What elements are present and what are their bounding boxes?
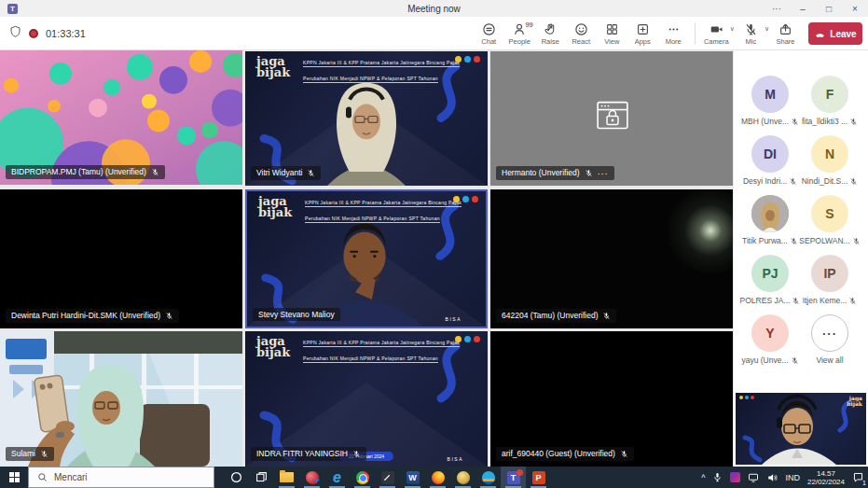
action-center-button[interactable]: 1	[848, 467, 868, 488]
titlebar-more-button[interactable]: ···	[764, 0, 790, 17]
word-icon: W	[406, 471, 420, 484]
footer-logos-icon	[464, 458, 482, 463]
recording-indicator-icon	[29, 29, 38, 38]
share-button[interactable]: Share	[770, 18, 801, 49]
gold-emblem-icon	[457, 471, 470, 484]
avatar: N	[811, 135, 848, 173]
video-tile-642204[interactable]: 642204 (Tamu) (Unverified)	[490, 189, 733, 328]
more-button[interactable]: More	[658, 18, 689, 49]
share-icon	[778, 22, 792, 36]
raise-hand-icon	[544, 22, 558, 36]
mic-muted-icon	[849, 177, 858, 186]
video-tile-indra[interactable]: jagabijak KPPN Jakarta III & KPP Pratama…	[245, 331, 488, 467]
bisa-footer-text: BISA	[446, 316, 462, 322]
taskbar-internet-explorer[interactable]: e	[324, 467, 350, 488]
internet-explorer-icon: e	[333, 471, 341, 484]
tray-expand-icon[interactable]: ^	[697, 467, 709, 488]
taskbar-kemenkeu-app[interactable]	[450, 467, 475, 488]
apps-icon	[636, 22, 650, 36]
taskbar-edge-app[interactable]	[475, 467, 501, 488]
participant-fita[interactable]: F fita_lldikti3 ...	[801, 76, 859, 126]
cortana-button[interactable]	[224, 467, 249, 488]
language-indicator[interactable]: IND	[781, 467, 804, 488]
video-tile-dewinta[interactable]: Dewinta Putri Hardini-Dit.SMK (Unverifie…	[0, 189, 242, 328]
video-tile-vitri[interactable]: jagabijak KPPN Jakarta III & KPP Pratama…	[245, 51, 488, 186]
notification-count-badge: 1	[861, 480, 867, 486]
mic-muted-icon	[849, 118, 858, 126]
participant-name-chip: 642204 (Tamu) (Unverified)	[496, 309, 616, 323]
participant-itjen[interactable]: IP Itjen Keme...	[801, 255, 859, 305]
participant-nindi[interactable]: N Nindi_Dit.S...	[801, 135, 859, 186]
mic-muted-icon	[790, 237, 798, 245]
self-video-tile[interactable]: jagabijak	[736, 393, 866, 465]
participant-polres[interactable]: PJ POLRES JA...	[741, 255, 799, 305]
tray-color-app-icon[interactable]	[726, 467, 744, 488]
mic-muted-icon	[852, 237, 861, 245]
leave-button[interactable]: Leave	[808, 22, 862, 45]
taskbar-search-input[interactable]: Mencari	[28, 467, 214, 488]
react-button[interactable]: React	[566, 18, 597, 49]
clock-time: 14.57	[817, 469, 835, 478]
mic-muted-icon	[151, 168, 159, 176]
taskbar-file-explorer[interactable]	[274, 467, 299, 488]
participant-mbh[interactable]: M MBH (Unve...	[741, 76, 799, 126]
taskbar-teams[interactable]: T	[501, 467, 526, 488]
avatar: PJ	[751, 255, 789, 292]
tray-display-icon[interactable]	[744, 467, 763, 488]
apps-button[interactable]: Apps	[627, 18, 658, 49]
jaga-bijak-logo: jagabijak	[256, 56, 290, 78]
partner-logos-icon	[453, 196, 478, 202]
footer-logos-icon	[462, 318, 480, 323]
video-tile-bidpropam[interactable]: BIDPROPAM.PMJ (Tamu) (Unverified)	[0, 50, 242, 185]
video-tile-hermanto[interactable]: Hermanto (Unverified) ···	[490, 51, 733, 186]
windows-logo-icon	[9, 472, 20, 482]
pen-app-icon	[381, 471, 394, 484]
jaga-bijak-logo: jagabijak	[256, 336, 290, 358]
participant-titik[interactable]: Titik Purwa...	[741, 195, 799, 245]
video-tile-sulami[interactable]: Sulami	[0, 331, 242, 467]
partner-logos-icon	[739, 396, 754, 399]
maximize-button[interactable]: □	[816, 0, 842, 17]
avatar: DI	[751, 135, 789, 173]
video-tile-arif[interactable]: arif_690440 (Guest) (Unverified)	[490, 331, 733, 467]
view-all-icon[interactable]: ···	[811, 314, 848, 352]
close-button[interactable]: ×	[842, 0, 868, 17]
taskbar-clock[interactable]: 14.57 22/02/2024	[804, 467, 848, 488]
view-button[interactable]: View	[597, 18, 627, 49]
mic-button[interactable]: Mic	[736, 18, 766, 49]
avatar: F	[811, 76, 848, 113]
photo-figure	[751, 195, 789, 232]
minimize-button[interactable]: –	[790, 0, 816, 17]
tile-more-icon[interactable]: ···	[598, 172, 609, 175]
video-tile-stevy[interactable]: jagabijak KPPN Jakarta III & KPP Pratama…	[245, 189, 488, 328]
taskbar-word[interactable]: W	[400, 467, 425, 488]
taskbar-powerpoint[interactable]: P	[526, 467, 551, 488]
mic-muted-icon	[791, 118, 799, 126]
taskbar-health-app[interactable]	[299, 467, 324, 488]
shield-icon	[9, 25, 21, 42]
circle-app-icon	[482, 471, 495, 484]
tray-speaker-icon[interactable]	[763, 467, 781, 488]
task-view-button[interactable]	[249, 467, 274, 488]
chat-button[interactable]: Chat	[474, 18, 504, 49]
file-explorer-icon	[280, 472, 294, 482]
raise-hand-button[interactable]: Raise	[535, 18, 566, 49]
participant-desyi[interactable]: DI Desyi Indri...	[741, 135, 799, 186]
participant-sepolwan[interactable]: S SEPOLWAN...	[801, 195, 859, 245]
participant-name-chip: Sulami	[6, 447, 54, 461]
start-button[interactable]	[0, 467, 28, 488]
taskbar-firefox[interactable]	[425, 467, 450, 488]
taskbar-chrome[interactable]	[350, 467, 375, 488]
partner-logos-icon	[455, 56, 480, 63]
people-button[interactable]: 99 People	[504, 18, 535, 49]
view-all-button[interactable]: ··· View all	[801, 314, 859, 365]
event-banner: KPPN Jakarta III & KPP Pratama Jakarta J…	[303, 340, 460, 364]
tray-mic-icon[interactable]	[709, 467, 726, 488]
camera-button[interactable]: Camera	[701, 18, 732, 49]
participant-yayu[interactable]: Y yayu (Unve...	[741, 314, 799, 365]
participant-name-chip: Vitri Widyanti	[251, 166, 321, 180]
health-app-icon	[306, 471, 319, 484]
taskbar-notes-app[interactable]	[375, 467, 400, 488]
participant-name-chip: Hermanto (Unverified) ···	[496, 166, 614, 180]
participant-name-chip: Stevy Stevano Malioy	[253, 308, 340, 322]
